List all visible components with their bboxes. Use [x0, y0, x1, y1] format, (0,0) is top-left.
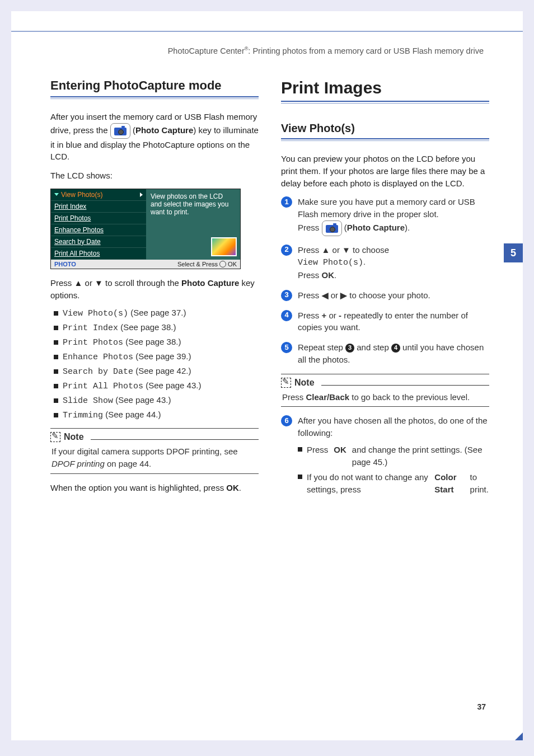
down-arrow-glyph: ▼: [95, 278, 103, 288]
note-rule: [91, 439, 259, 440]
list-item: Trimming (See page 44.): [54, 410, 259, 420]
note-block: Note Press Clear/Back to go back to the …: [281, 374, 489, 407]
steps-list: 1 Make sure you have put a memory card o…: [281, 196, 489, 365]
note-rule: [321, 385, 489, 386]
step-1: 1 Make sure you have put a memory card o…: [281, 196, 489, 236]
sub-options: Press OK and change the print settings. …: [298, 444, 489, 496]
camera-icon: [326, 225, 338, 233]
up-arrow-glyph: ▲: [74, 278, 83, 288]
lcd-screenshot: View Photo(s) Print Index Print Photos E…: [50, 189, 241, 269]
lcd-footer: PHOTO Select & Press OK: [51, 260, 240, 269]
list-item: Slide Show (See page 43.): [54, 395, 259, 406]
up-arrow-glyph: ▲: [322, 245, 330, 255]
note-icon: [50, 432, 60, 442]
lcd-description: View photos on the LCD and select the im…: [146, 189, 240, 260]
note-block: Note If your digital camera supports DPO…: [50, 428, 259, 474]
step-number-icon: 6: [281, 415, 292, 426]
right-h3: View Photo(s): [281, 122, 489, 135]
header-text-left: PhotoCapture Center: [168, 46, 245, 55]
right-arrow-glyph: ▶: [340, 290, 347, 300]
step-5: 5 Repeat step 3 and step 4 until you hav…: [281, 341, 489, 366]
list-item: Enhance Photos (See page 39.): [54, 351, 259, 362]
corner-decoration: [515, 732, 523, 740]
p-intro-right: You can preview your photos on the LCD b…: [281, 153, 489, 189]
right-arrow-icon: [140, 192, 143, 197]
lcd-menu-item: Enhance Photos: [51, 224, 146, 236]
heading-rule: [50, 96, 259, 103]
lcd-menu-item: Print Photos: [51, 213, 146, 224]
running-header: PhotoCapture Center®: Printing photos fr…: [11, 46, 484, 55]
step-ref-icon: 3: [345, 344, 354, 353]
step-4: 4 Press + or - repeatedly to enter the n…: [281, 309, 489, 334]
down-arrow-glyph: ▼: [342, 245, 350, 255]
step-ref-icon: 4: [391, 344, 400, 353]
lcd-menu: View Photo(s) Print Index Print Photos E…: [51, 189, 146, 260]
p-intro: After you insert the memory card or USB …: [50, 111, 259, 163]
note-header: Note: [281, 378, 489, 388]
list-item: Press OK and change the print settings. …: [298, 444, 489, 468]
lcd-body: View Photo(s) Print Index Print Photos E…: [51, 189, 240, 260]
lcd-menu-item: Print Index: [51, 201, 146, 213]
lcd-menu-item: Search by Date: [51, 236, 146, 248]
photocapture-key-icon: [322, 220, 342, 236]
ok-circle-icon: [219, 261, 226, 267]
step-3: 3 Press ◀ or ▶ to choose your photo.: [281, 289, 489, 302]
down-arrow-icon: [54, 193, 59, 196]
list-item: Print Photos (See page 38.): [54, 337, 259, 348]
note-body: If your digital camera supports DPOF pri…: [50, 442, 259, 470]
list-item: Print Index (See page 38.): [54, 322, 259, 333]
heading-rule: [281, 101, 489, 107]
header-text-right: : Printing photos from a memory card or …: [248, 46, 484, 55]
lcd-foot-right: Select & Press OK: [177, 261, 237, 267]
page-number: 37: [477, 702, 486, 711]
note-label: Note: [64, 432, 84, 442]
note-label: Note: [294, 378, 315, 388]
list-item: Search by Date (See page 42.): [54, 366, 259, 377]
list-item: If you do not want to change any setting…: [298, 471, 489, 496]
step-number-icon: 2: [281, 245, 292, 256]
lcd-foot-left: PHOTO: [54, 261, 76, 267]
steps-list-cont: 6 After you have chosen all the photos, …: [281, 415, 489, 499]
p-scroll: Press ▲ or ▼ to scroll through the Photo…: [50, 277, 259, 302]
photocapture-key-icon: [110, 123, 130, 139]
step-number-icon: 3: [281, 290, 292, 301]
right-h1: Print Images: [281, 78, 489, 97]
lcd-thumbnail: [211, 237, 237, 256]
chapter-tab: 5: [504, 243, 523, 262]
list-item: Print All Photos (See page 43.): [54, 381, 259, 391]
options-list: View Photo(s) (See page 37.) Print Index…: [54, 308, 259, 420]
content-columns: Entering PhotoCapture mode After you ins…: [50, 78, 489, 696]
heading-rule: [281, 138, 489, 145]
chapter-number: 5: [510, 247, 516, 259]
lcd-menu-selected: View Photo(s): [51, 189, 146, 201]
left-heading: Entering PhotoCapture mode: [50, 78, 259, 93]
list-item: View Photo(s) (See page 37.): [54, 308, 259, 318]
step-number-icon: 1: [281, 196, 292, 208]
page-inner: PhotoCapture Center®: Printing photos fr…: [11, 11, 523, 740]
left-arrow-glyph: ◀: [322, 290, 329, 300]
camera-icon: [114, 128, 127, 135]
right-column: Print Images View Photo(s) You can previ…: [281, 78, 489, 696]
step-number-icon: 5: [281, 342, 292, 353]
note-body: Press Clear/Back to go back to the previ…: [281, 388, 489, 403]
step-number-icon: 4: [281, 310, 292, 321]
top-rule: [11, 31, 523, 32]
step-2: 2 Press ▲ or ▼ to choose View Photo(s). …: [281, 244, 489, 281]
lcd-menu-item: Print All Photos: [51, 248, 146, 260]
p-lcd-shows: The LCD shows:: [50, 170, 259, 182]
note-header: Note: [50, 432, 259, 442]
note-icon: [281, 378, 291, 388]
step-6: 6 After you have chosen all the photos, …: [281, 415, 489, 499]
left-column: Entering PhotoCapture mode After you ins…: [50, 78, 259, 696]
p-press-ok: When the option you want is highlighted,…: [50, 482, 259, 494]
